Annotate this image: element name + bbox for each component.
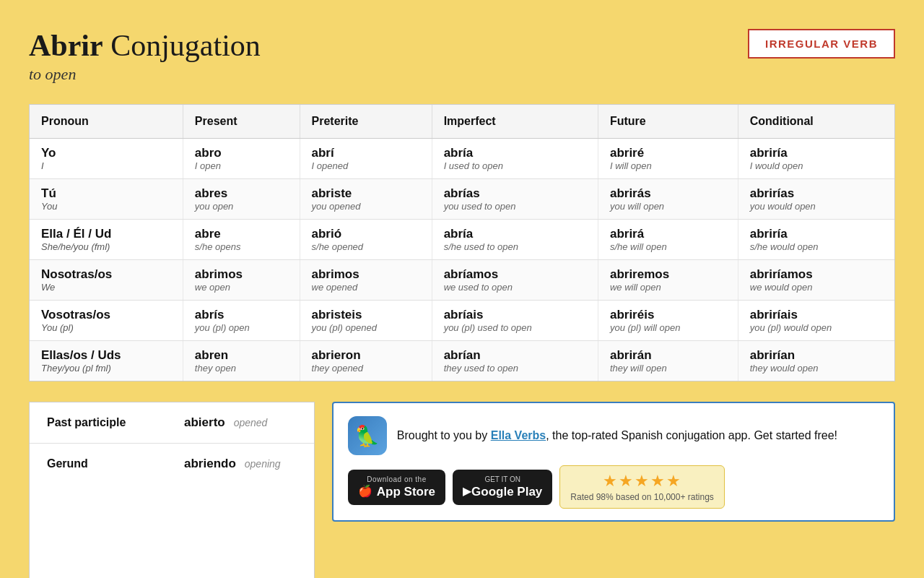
table-row: Vosotras/osYou (pl)abrísyou (pl) openabr… bbox=[30, 301, 894, 341]
col-imperfect: Imperfect bbox=[432, 105, 598, 139]
past-participle-value: abierto opened bbox=[184, 415, 267, 430]
promo-box: 🦜 Brought to you by Ella Verbs, the top-… bbox=[332, 402, 895, 522]
verb-cell: abríanthey used to open bbox=[432, 341, 598, 381]
promo-buttons: Download on the 🍎 App Store GET IT ON ▶ … bbox=[348, 465, 879, 509]
verb-cell: abrirás/he will open bbox=[598, 220, 738, 260]
app-store-button[interactable]: Download on the 🍎 App Store bbox=[348, 470, 445, 505]
col-conditional: Conditional bbox=[738, 105, 894, 139]
past-participle-label: Past participle bbox=[47, 416, 184, 429]
title-block: Abrir Conjugation to open bbox=[29, 29, 261, 84]
irregular-verb-badge: IRREGULAR VERB bbox=[748, 29, 895, 59]
pronoun-cell: Nosotras/osWe bbox=[30, 260, 183, 301]
verb-cell: abríamoswe used to open bbox=[432, 260, 598, 301]
rating-box: ★★★★★ Rated 98% based on 10,000+ ratings bbox=[559, 465, 724, 509]
promo-description: Brought to you by Ella Verbs, the top-ra… bbox=[397, 427, 837, 444]
ella-verbs-icon: 🦜 bbox=[348, 416, 387, 455]
gerund-row: Gerund abriendo opening bbox=[30, 444, 314, 484]
verb-cell: abrimoswe open bbox=[183, 260, 300, 301]
verb-cell: abristeyou opened bbox=[300, 179, 432, 220]
verb-cell: abrimoswe opened bbox=[300, 260, 432, 301]
gerund-value: abriendo opening bbox=[184, 457, 281, 471]
verb-cell: abres/he opens bbox=[183, 220, 300, 260]
verb-cell: abrísyou (pl) open bbox=[183, 301, 300, 341]
bottom-section: Past participle abierto opened Gerund ab… bbox=[29, 402, 895, 578]
verb-cell: abrías/he used to open bbox=[432, 220, 598, 260]
table-row: Ellas/os / UdsThey/you (pl fml)abrenthey… bbox=[30, 341, 894, 381]
verb-cell: abroI open bbox=[183, 139, 300, 179]
page-subtitle: to open bbox=[29, 65, 261, 84]
pronoun-cell: Ella / Él / UdShe/he/you (fml) bbox=[30, 220, 183, 260]
col-preterite: Preterite bbox=[300, 105, 432, 139]
promo-top: 🦜 Brought to you by Ella Verbs, the top-… bbox=[348, 416, 879, 455]
verb-cell: abriós/he opened bbox=[300, 220, 432, 260]
col-pronoun: Pronoun bbox=[30, 105, 183, 139]
table-row: YoIabroI openabríI openedabríaI used to … bbox=[30, 139, 894, 179]
verb-cell: abrirásyou will open bbox=[598, 179, 738, 220]
google-play-button[interactable]: GET IT ON ▶ Google Play bbox=[453, 470, 552, 505]
table-header-row: Pronoun Present Preterite Imperfect Futu… bbox=[30, 105, 894, 139]
apple-icon: 🍎 bbox=[358, 484, 372, 498]
verb-cell: abriríaisyou (pl) would open bbox=[738, 301, 894, 341]
verb-cell: abriríaI would open bbox=[738, 139, 894, 179]
table-row: Nosotras/osWeabrimoswe openabrimoswe ope… bbox=[30, 260, 894, 301]
verb-cell: abriríanthey would open bbox=[738, 341, 894, 381]
page-title: Abrir Conjugation bbox=[29, 29, 261, 62]
verb-cell: abrenthey open bbox=[183, 341, 300, 381]
verb-cell: abríaI used to open bbox=[432, 139, 598, 179]
google-play-icon: ▶ bbox=[463, 484, 471, 498]
verb-cell: abrirías/he would open bbox=[738, 220, 894, 260]
verb-cell: abresyou open bbox=[183, 179, 300, 220]
pronoun-cell: TúYou bbox=[30, 179, 183, 220]
rating-text: Rated 98% based on 10,000+ ratings bbox=[570, 492, 713, 502]
verb-cell: abrieronthey opened bbox=[300, 341, 432, 381]
left-column: Past participle abierto opened Gerund ab… bbox=[29, 402, 315, 578]
ella-verbs-promo-link[interactable]: Ella Verbs bbox=[491, 429, 546, 441]
col-present: Present bbox=[183, 105, 300, 139]
conjugation-table: Pronoun Present Preterite Imperfect Futu… bbox=[30, 105, 894, 381]
verb-cell: abristeisyou (pl) opened bbox=[300, 301, 432, 341]
conjugation-table-wrapper: Pronoun Present Preterite Imperfect Futu… bbox=[29, 104, 895, 381]
past-participle-row: Past participle abierto opened bbox=[30, 402, 314, 444]
gerund-label: Gerund bbox=[47, 457, 184, 470]
table-row: Ella / Él / UdShe/he/you (fml)abres/he o… bbox=[30, 220, 894, 260]
star-rating: ★★★★★ bbox=[603, 472, 682, 491]
verb-cell: abriréisyou (pl) will open bbox=[598, 301, 738, 341]
pronoun-cell: Vosotras/osYou (pl) bbox=[30, 301, 183, 341]
col-future: Future bbox=[598, 105, 738, 139]
page-header: Abrir Conjugation to open IRREGULAR VERB bbox=[29, 29, 895, 84]
table-row: TúYouabresyou openabristeyou openedabría… bbox=[30, 179, 894, 220]
verb-cell: abriríamoswe would open bbox=[738, 260, 894, 301]
verb-cell: abríaisyou (pl) used to open bbox=[432, 301, 598, 341]
pronoun-cell: YoI bbox=[30, 139, 183, 179]
verb-cell: abriránthey will open bbox=[598, 341, 738, 381]
verb-cell: abríasyou used to open bbox=[432, 179, 598, 220]
verb-cell: abríI opened bbox=[300, 139, 432, 179]
pronoun-cell: Ellas/os / UdsThey/you (pl fml) bbox=[30, 341, 183, 381]
participle-box: Past participle abierto opened Gerund ab… bbox=[29, 402, 315, 578]
verb-cell: abriremoswe will open bbox=[598, 260, 738, 301]
verb-cell: abriríasyou would open bbox=[738, 179, 894, 220]
verb-cell: abriréI will open bbox=[598, 139, 738, 179]
